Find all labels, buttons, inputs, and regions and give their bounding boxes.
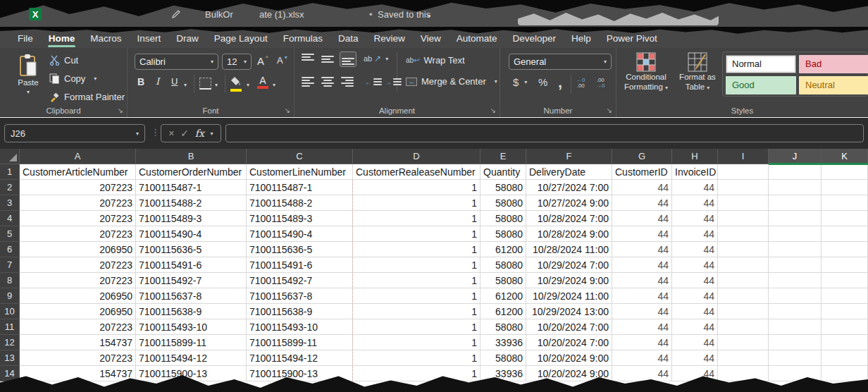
cell-D7[interactable]: 1 [353, 257, 480, 273]
cell-H13[interactable]: 44 [672, 350, 718, 366]
cell-K5[interactable] [822, 226, 868, 242]
cell-D12[interactable]: 1 [353, 335, 480, 350]
cell-style-good[interactable]: Good [726, 76, 796, 94]
cell-G5[interactable]: 44 [612, 226, 672, 242]
row-header-5[interactable]: 5 [0, 226, 20, 242]
insert-function-icon[interactable]: fx [195, 128, 204, 139]
cell-B2[interactable]: 7100115487-1 [136, 180, 247, 195]
cell-K4[interactable] [822, 211, 868, 226]
cell-B6[interactable]: 7100115636-5 [136, 242, 247, 257]
cell-B5[interactable]: 7100115490-4 [136, 226, 247, 242]
cell-G3[interactable]: 44 [612, 195, 672, 211]
confirm-entry-icon[interactable]: ✓ [180, 128, 189, 139]
cell-C5[interactable]: 7100115490-4 [247, 226, 353, 242]
cell-A1[interactable]: CustomerArticleNumber [20, 164, 136, 180]
col-header-H[interactable]: H [672, 149, 718, 164]
cell-K7[interactable] [822, 257, 868, 273]
shrink-font-button[interactable]: A▾ [277, 55, 287, 66]
cell-C4[interactable]: 7100115489-3 [247, 211, 353, 226]
row-header-1[interactable]: 1 [0, 164, 20, 180]
increase-indent-button[interactable]: → [385, 76, 402, 87]
grow-font-button[interactable]: A^ [257, 55, 268, 67]
row-header-3[interactable]: 3 [0, 195, 20, 211]
cell-G12[interactable]: 44 [612, 335, 672, 350]
cell-J5[interactable] [769, 226, 822, 242]
cell-F8[interactable]: 10/29/2024 9:00 [526, 273, 612, 288]
row-header-12[interactable]: 12 [0, 335, 20, 350]
cell-I5[interactable] [718, 226, 769, 242]
cell-A12[interactable]: 154737 [20, 335, 136, 350]
cell-K6[interactable] [822, 242, 868, 257]
percent-button[interactable]: % [538, 76, 547, 88]
cell-K9[interactable] [822, 288, 868, 304]
cell-C3[interactable]: 7100115488-2 [247, 195, 353, 211]
cell-J3[interactable] [769, 195, 822, 211]
cell-H7[interactable]: 44 [672, 257, 718, 273]
paste-button[interactable]: Paste ▾ [10, 54, 46, 97]
cell-K13[interactable] [822, 350, 868, 366]
cell-I9[interactable] [718, 288, 769, 304]
cell-G14[interactable]: 44 [612, 366, 672, 381]
cell-A7[interactable]: 207223 [20, 257, 136, 273]
cell-K11[interactable] [822, 319, 868, 335]
cell-E5[interactable]: 58080 [480, 226, 526, 242]
cell-E2[interactable]: 58080 [480, 180, 526, 195]
italic-button[interactable]: I [156, 76, 159, 87]
cell-K10[interactable] [822, 304, 868, 319]
cell-A3[interactable]: 207223 [20, 195, 136, 211]
cell-K1[interactable] [822, 164, 868, 180]
comma-button[interactable]: , [558, 73, 562, 92]
cell-E8[interactable]: 58080 [480, 273, 526, 288]
cell-J7[interactable] [769, 257, 822, 273]
fill-color-chevron-icon[interactable]: ▾ [247, 82, 249, 88]
cell-I10[interactable] [718, 304, 769, 319]
name-box-chevron-icon[interactable]: ▾ [136, 130, 139, 137]
cell-E6[interactable]: 61200 [480, 242, 526, 257]
col-header-D[interactable]: D [353, 149, 480, 164]
cell-D3[interactable]: 1 [353, 195, 480, 211]
cut-button[interactable]: Cut [49, 55, 78, 66]
cell-H5[interactable]: 44 [672, 226, 718, 242]
name-box[interactable]: J26 ▾ [4, 124, 145, 142]
cell-D9[interactable]: 1 [353, 288, 480, 304]
cell-F7[interactable]: 10/29/2024 7:00 [526, 257, 612, 273]
cell-A13[interactable]: 207223 [20, 350, 136, 366]
cell-H3[interactable]: 44 [672, 195, 718, 211]
cell-J2[interactable] [769, 180, 822, 195]
row-header-8[interactable]: 8 [0, 273, 20, 288]
cell-I6[interactable] [718, 242, 769, 257]
cell-E4[interactable]: 58080 [480, 211, 526, 226]
cell-style-normal[interactable]: Normal [726, 55, 796, 73]
increase-decimal-button[interactable]: ←0.00 [576, 78, 585, 89]
underline-chevron-icon[interactable]: ▾ [184, 82, 187, 88]
orientation-button[interactable]: ab↗▾ [364, 54, 388, 63]
cell-G8[interactable]: 44 [612, 273, 672, 288]
cell-E12[interactable]: 33936 [480, 335, 526, 350]
cell-K12[interactable] [822, 335, 868, 350]
cell-E9[interactable]: 61200 [480, 288, 526, 304]
function-chevron-icon[interactable]: ▾ [211, 130, 213, 137]
cell-C10[interactable]: 7100115638-9 [247, 304, 353, 319]
cell-H9[interactable]: 44 [672, 288, 718, 304]
cell-D6[interactable]: 1 [353, 242, 480, 257]
cell-K3[interactable] [822, 195, 868, 211]
select-all-corner[interactable] [0, 149, 20, 164]
cell-C12[interactable]: 7100115899-11 [247, 335, 353, 350]
merge-center-button[interactable]: ↔ Merge & Center ▾ [406, 76, 497, 87]
cell-A5[interactable]: 207223 [20, 226, 136, 242]
cell-H1[interactable]: InvoiceID [672, 164, 718, 180]
alignment-dialog-launcher[interactable]: ↘ [490, 106, 496, 114]
cell-E13[interactable]: 58080 [480, 350, 526, 366]
cell-D5[interactable]: 1 [353, 226, 480, 242]
cell-D4[interactable]: 1 [353, 211, 480, 226]
cell-D13[interactable]: 1 [353, 350, 480, 366]
col-header-I[interactable]: I [718, 149, 769, 164]
format-as-table-button[interactable]: Format as Table ▾ [674, 52, 721, 93]
wrap-text-button[interactable]: ab↩ Wrap Text [406, 55, 465, 66]
cell-G10[interactable]: 44 [612, 304, 672, 319]
cell-H10[interactable]: 44 [672, 304, 718, 319]
cell-A6[interactable]: 206950 [20, 242, 136, 257]
row-header-11[interactable]: 11 [0, 319, 20, 335]
cancel-entry-icon[interactable]: × [168, 128, 174, 139]
cell-I8[interactable] [718, 273, 769, 288]
